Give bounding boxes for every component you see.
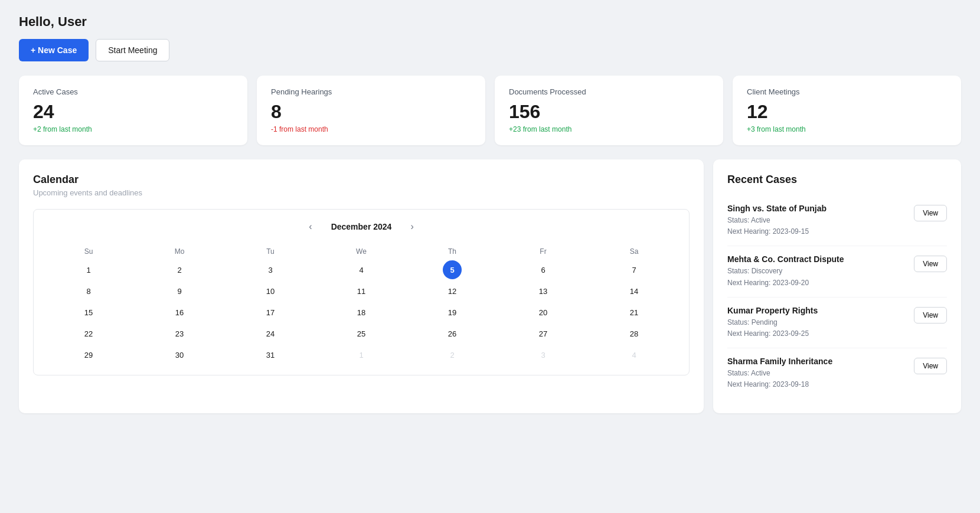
page-greeting: Hello, User (19, 14, 961, 30)
stat-value: 156 (509, 101, 709, 123)
calendar-container: ‹ December 2024 › SuMoTuWeThFrSa12345678… (33, 209, 690, 375)
calendar-subtitle: Upcoming events and deadlines (33, 188, 690, 197)
stats-grid: Active Cases 24 +2 from last month Pendi… (19, 76, 961, 145)
calendar-day[interactable]: 30 (170, 345, 189, 364)
case-info: Sharma Family Inheritance Status: Active… (727, 357, 832, 390)
calendar-day[interactable]: 2 (170, 260, 189, 279)
case-status: Status: ActiveNext Hearing: 2023-09-18 (727, 368, 832, 390)
stat-value: 24 (33, 101, 233, 123)
calendar-header: ‹ December 2024 › (43, 219, 680, 234)
calendar-day-header: We (316, 244, 407, 259)
case-info: Kumar Property Rights Status: PendingNex… (727, 306, 818, 339)
view-case-button[interactable]: View (914, 256, 947, 272)
calendar-day[interactable]: 11 (352, 282, 371, 300)
calendar-day[interactable]: 1 (79, 260, 98, 279)
case-item: Mehta & Co. Contract Dispute Status: Dis… (727, 246, 947, 297)
calendar-day[interactable]: 15 (79, 303, 98, 322)
case-name: Kumar Property Rights (727, 306, 818, 315)
calendar-day[interactable]: 29 (79, 345, 98, 364)
case-info: Mehta & Co. Contract Dispute Status: Dis… (727, 254, 844, 288)
stat-card-documents-processed: Documents Processed 156 +23 from last mo… (495, 76, 723, 145)
calendar-day[interactable]: 23 (170, 324, 189, 343)
case-item: Sharma Family Inheritance Status: Active… (727, 348, 947, 398)
recent-cases-title: Recent Cases (727, 174, 947, 186)
calendar-day[interactable]: 10 (261, 282, 280, 300)
calendar-day[interactable]: 20 (534, 303, 553, 322)
calendar-day[interactable]: 7 (625, 260, 643, 279)
case-status: Status: PendingNext Hearing: 2023-09-25 (727, 317, 818, 339)
calendar-card: Calendar Upcoming events and deadlines ‹… (19, 159, 704, 413)
calendar-day[interactable]: 21 (625, 303, 643, 322)
calendar-day[interactable]: 24 (261, 324, 280, 343)
stat-card-active-cases: Active Cases 24 +2 from last month (19, 76, 247, 145)
calendar-day[interactable]: 14 (625, 282, 643, 300)
calendar-day[interactable]: 16 (170, 303, 189, 322)
calendar-day-header: Sa (589, 244, 680, 259)
stat-change: +3 from last month (747, 125, 947, 133)
calendar-day[interactable]: 6 (534, 260, 553, 279)
view-case-button[interactable]: View (914, 205, 947, 221)
calendar-day[interactable]: 19 (443, 303, 462, 322)
calendar-day-header: Mo (134, 244, 225, 259)
stat-card-client-meetings: Client Meetings 12 +3 from last month (733, 76, 961, 145)
calendar-day-other-month: 2 (443, 345, 462, 364)
case-item: Kumar Property Rights Status: PendingNex… (727, 298, 947, 348)
cases-list: Singh vs. State of Punjab Status: Active… (727, 195, 947, 399)
case-item: Singh vs. State of Punjab Status: Active… (727, 195, 947, 246)
bottom-grid: Calendar Upcoming events and deadlines ‹… (19, 159, 961, 413)
stat-label: Active Cases (33, 87, 233, 96)
calendar-day[interactable]: 3 (261, 260, 280, 279)
calendar-day[interactable]: 17 (261, 303, 280, 322)
stat-label: Documents Processed (509, 87, 709, 96)
calendar-day[interactable]: 22 (79, 324, 98, 343)
calendar-day[interactable]: 28 (625, 324, 643, 343)
case-name: Mehta & Co. Contract Dispute (727, 254, 844, 264)
calendar-day[interactable]: 5 (443, 260, 462, 279)
stat-change: +2 from last month (33, 125, 233, 133)
calendar-day-other-month: 3 (534, 345, 553, 364)
calendar-day[interactable]: 12 (443, 282, 462, 300)
calendar-day[interactable]: 8 (79, 282, 98, 300)
case-name: Singh vs. State of Punjab (727, 204, 827, 213)
view-case-button[interactable]: View (914, 307, 947, 324)
calendar-day[interactable]: 27 (534, 324, 553, 343)
calendar-title: Calendar (33, 174, 690, 186)
stat-card-pending-hearings: Pending Hearings 8 -1 from last month (257, 76, 485, 145)
stat-value: 8 (271, 101, 471, 123)
stat-label: Client Meetings (747, 87, 947, 96)
calendar-prev-button[interactable]: ‹ (304, 219, 316, 234)
recent-cases-card: Recent Cases Singh vs. State of Punjab S… (713, 159, 961, 413)
case-status: Status: DiscoveryNext Hearing: 2023-09-2… (727, 266, 844, 288)
stat-change: -1 from last month (271, 125, 471, 133)
calendar-day[interactable]: 9 (170, 282, 189, 300)
start-meeting-button[interactable]: Start Meeting (96, 39, 169, 61)
calendar-day[interactable]: 25 (352, 324, 371, 343)
calendar-day[interactable]: 26 (443, 324, 462, 343)
calendar-day-header: Su (43, 244, 134, 259)
calendar-day[interactable]: 13 (534, 282, 553, 300)
calendar-day[interactable]: 4 (352, 260, 371, 279)
calendar-day-other-month: 4 (625, 345, 643, 364)
new-case-button[interactable]: + New Case (19, 39, 89, 61)
view-case-button[interactable]: View (914, 358, 947, 374)
calendar-day-header: Th (407, 244, 498, 259)
case-status: Status: ActiveNext Hearing: 2023-09-15 (727, 215, 827, 237)
calendar-next-button[interactable]: › (406, 219, 418, 234)
case-name: Sharma Family Inheritance (727, 357, 832, 366)
calendar-month-year: December 2024 (331, 222, 392, 231)
calendar-day-header: Tu (225, 244, 316, 259)
calendar-day[interactable]: 18 (352, 303, 371, 322)
case-info: Singh vs. State of Punjab Status: Active… (727, 204, 827, 237)
stat-change: +23 from last month (509, 125, 709, 133)
calendar-grid: SuMoTuWeThFrSa12345678910111213141516171… (43, 244, 680, 365)
calendar-day-header: Fr (498, 244, 589, 259)
calendar-day[interactable]: 31 (261, 345, 280, 364)
action-buttons-group: + New Case Start Meeting (19, 39, 961, 61)
stat-label: Pending Hearings (271, 87, 471, 96)
stat-value: 12 (747, 101, 947, 123)
calendar-day-other-month: 1 (352, 345, 371, 364)
